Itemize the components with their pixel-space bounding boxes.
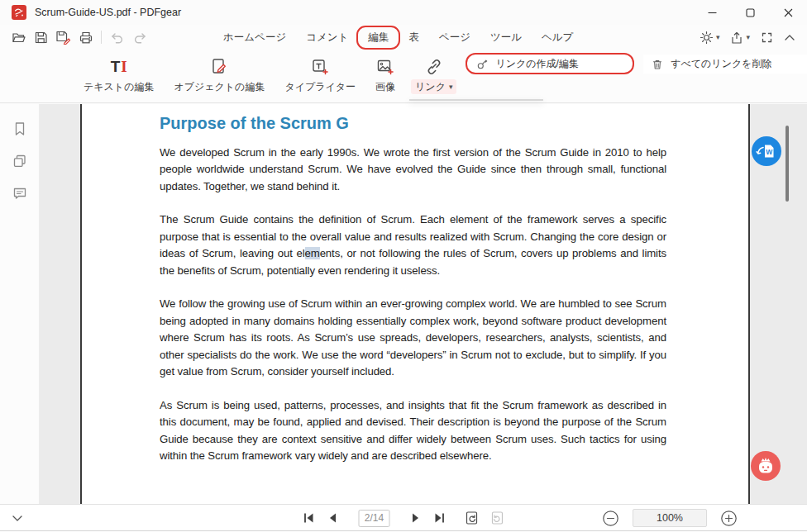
typewriter-icon [310,55,330,79]
robot-assistant-icon [751,451,781,481]
document-heading: Purpose of the Scrum G [160,115,666,132]
toolbar-divider [101,31,102,44]
fullscreen-button[interactable] [761,31,773,44]
quick-access-toolbar [12,25,148,50]
zoom-controls: 100% [602,505,738,531]
pdfgear-logo-icon [12,5,26,20]
image-icon [375,55,395,79]
document-paragraph: As Scrum is being used, patterns, proces… [160,397,666,465]
window-tools: ▾ ▾ [700,25,795,50]
next-page-button[interactable] [411,511,423,525]
left-panel-bar [0,104,40,504]
bookmarks-panel-button[interactable] [12,121,28,137]
edit-text-icon: TI [111,55,127,79]
zoom-out-button[interactable] [602,510,619,527]
document-paragraph: The Scrum Guide contains the definition … [160,211,666,279]
zoom-in-button[interactable] [720,510,738,527]
edit-text-button[interactable]: TI テキストの編集 [79,55,158,94]
edit-toolbar: TI テキストの編集 オブジェクトの編集 タイプライター 画像 [0,50,807,102]
page-number-field[interactable]: 2/14 [359,510,390,527]
edit-object-icon [209,55,229,79]
window-title: Scrum-Guide-US.pdf - PDFgear [35,7,181,18]
menu-tab-table[interactable]: 表 [407,29,421,46]
menu-item-create-edit-link[interactable]: リンクの作成/編集 [468,55,632,74]
menu-tab-page[interactable]: ページ [437,29,472,46]
document-paragraph: We developed Scrum in the early 1990s. W… [160,145,666,196]
theme-button[interactable]: ▾ [700,31,720,45]
last-page-button[interactable] [433,511,446,525]
caret-down-icon: ▾ [746,34,750,41]
collapse-statusbar-button[interactable] [12,515,23,522]
menu-item-delete-all-links[interactable]: すべてのリンクを削除 [643,55,807,74]
menu-tab-comment[interactable]: コメント [304,29,350,46]
ribbon: ホームページ コメント 編集 表 ページ ツール ヘルプ ▾ ▾ [0,25,807,103]
redo-button[interactable] [132,31,148,45]
menu-tab-tools[interactable]: ツール [489,29,523,46]
link-icon [424,55,444,79]
create-edit-link-icon [476,59,488,70]
status-bar: 2/14 100% [0,504,807,531]
zoom-level-field[interactable]: 100% [633,509,707,527]
caret-down-icon: ▾ [716,34,720,41]
next-view-button[interactable] [490,511,505,525]
menu-tab-help[interactable]: ヘルプ [540,29,575,46]
open-file-button[interactable] [12,31,26,45]
page-navigation: 2/14 [303,505,505,531]
save-button[interactable] [34,31,48,45]
thumbnails-panel-button[interactable] [12,153,28,169]
pdf-page-content: Purpose of the Scrum G We developed Scru… [160,112,666,482]
first-page-button[interactable] [303,511,316,525]
menu-tab-home[interactable]: ホームページ [222,29,288,46]
link-button-label: リンク▾ [411,79,456,94]
print-button[interactable] [79,31,93,45]
undo-button[interactable] [109,31,125,45]
close-button[interactable] [769,0,807,25]
minimize-button[interactable] [693,0,731,25]
typewriter-button[interactable]: タイプライター [280,55,360,94]
convert-to-word-button[interactable]: W [752,136,781,166]
ai-assistant-button[interactable] [751,451,781,481]
previous-page-button[interactable] [327,511,338,525]
edit-object-button[interactable]: オブジェクトの編集 [170,55,269,94]
comments-panel-button[interactable] [12,185,28,202]
collapse-ribbon-button[interactable] [784,34,795,41]
svg-text:W: W [766,148,773,156]
menu-tab-edit[interactable]: 編集 [366,29,390,46]
link-button[interactable]: リンク▾ [411,55,456,94]
title-bar: Scrum-Guide-US.pdf - PDFgear [0,0,807,25]
link-dropdown-menu [409,99,543,101]
convert-to-word-icon: W [752,136,781,166]
pdf-page[interactable]: Purpose of the Scrum G We developed Scru… [80,104,750,504]
document-paragraph: We follow the growing use of Scrum withi… [160,296,666,381]
maximize-button[interactable] [731,0,769,25]
delete-all-links-icon [652,59,663,70]
document-workspace: Purpose of the Scrum G We developed Scru… [0,104,807,504]
save-as-button[interactable] [55,30,71,45]
text-selection-highlight: em [305,247,320,259]
vertical-scrollbar[interactable] [786,126,789,202]
previous-view-button[interactable] [465,511,480,525]
main-menu: ホームページ コメント 編集 表 ページ ツール ヘルプ [222,25,575,50]
insert-image-button[interactable]: 画像 [371,55,399,94]
caret-down-icon: ▾ [449,83,453,91]
share-button[interactable]: ▾ [730,31,750,45]
